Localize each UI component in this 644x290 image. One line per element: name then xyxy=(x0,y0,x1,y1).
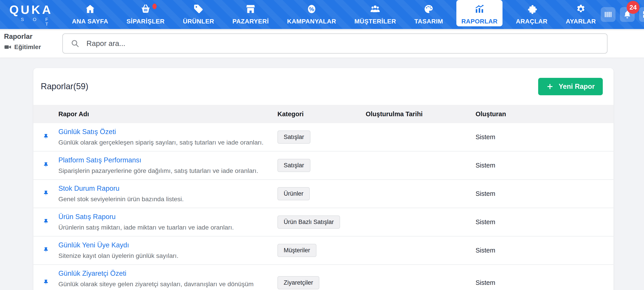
nav-item-tasarim[interactable]: TASARIM xyxy=(409,0,448,26)
search-input[interactable] xyxy=(62,34,608,54)
search-icon xyxy=(70,39,80,48)
category-badge: Ziyaretçiler xyxy=(278,276,319,289)
category-badge: Müşteriler xyxy=(278,244,316,257)
trainings-link[interactable]: Eğitimler xyxy=(4,43,41,51)
reports-card: Raporlar(59) Yeni Rapor Rapor Adı Katego… xyxy=(34,68,614,290)
col-header-created: Oluşturulma Tarihi xyxy=(366,110,476,118)
pin-icon[interactable] xyxy=(42,217,50,227)
barcode-icon xyxy=(604,10,612,19)
nav-item-kampanyalar[interactable]: %KAMPANYALAR xyxy=(282,0,341,26)
nav-item-label: ARAÇLAR xyxy=(516,18,548,25)
notification-count-badge: 24 xyxy=(626,1,640,14)
plus-icon xyxy=(546,83,554,90)
pin-icon[interactable] xyxy=(42,189,50,199)
report-title-link[interactable]: Günlük Yeni Üye Kaydı xyxy=(58,241,268,250)
nav-item-ayarlar[interactable]: AYARLAR xyxy=(561,0,601,26)
report-title-link[interactable]: Günlük Satış Özeti xyxy=(58,128,268,136)
logo[interactable]: QUKA S O F T xyxy=(9,4,53,26)
report-description: Siparişlerin pazaryerlerine göre dağılım… xyxy=(58,167,268,175)
nav-item-label: PAZARYERİ xyxy=(232,18,269,25)
gear-icon xyxy=(576,3,586,15)
grid-icon xyxy=(642,10,644,19)
report-title-link[interactable]: Platform Satış Performansı xyxy=(58,156,268,165)
puzzle-icon xyxy=(526,3,537,15)
nav-item-label: ANA SAYFA xyxy=(72,18,108,25)
creator-cell: Sistem xyxy=(476,218,614,226)
search-bar xyxy=(62,34,608,54)
page-title: Raporlar xyxy=(4,33,41,41)
category-badge: Satışlar xyxy=(278,159,310,172)
category-cell: Ürünler xyxy=(278,187,366,200)
nav-item-label: SİPARİŞLER xyxy=(126,18,165,25)
creator-cell: Sistem xyxy=(476,190,614,197)
table-row: Günlük Yeni Üye KaydıSitenize kayıt olan… xyxy=(34,236,614,265)
category-badge: Satışlar xyxy=(278,131,310,144)
report-name-cell: Günlük Ziyaretçi ÖzetiGünlük olarak site… xyxy=(58,265,278,290)
home-icon xyxy=(85,3,95,15)
category-badge: Ürünler xyxy=(278,187,310,200)
table-row: Platform Satış PerformansıSiparişlerin p… xyxy=(34,151,614,180)
category-badge: Ürün Bazlı Satışlar xyxy=(278,215,340,229)
nav-item-raporlar[interactable]: RAPORLAR xyxy=(456,0,502,26)
nav-item-müşteri̇ler[interactable]: MÜŞTERİLER xyxy=(350,0,401,26)
creator-cell: Sistem xyxy=(476,247,614,254)
new-report-label: Yeni Rapor xyxy=(559,83,595,91)
creator-cell: Sistem xyxy=(476,279,614,286)
reports-card-header: Raporlar(59) Yeni Rapor xyxy=(34,68,614,105)
category-cell: Ziyaretçiler xyxy=(278,276,366,289)
table-row: Ürün Satış RaporuÜrünlerin satış miktarı… xyxy=(34,208,614,236)
nav-item-si̇pari̇şler[interactable]: SİPARİŞLER xyxy=(122,0,170,26)
table-row: Günlük Ziyaretçi ÖzetiGünlük olarak site… xyxy=(34,265,614,290)
svg-text:%: % xyxy=(309,6,314,12)
logo-subtitle: S O F T xyxy=(9,17,53,26)
report-name-cell: Platform Satış PerformansıSiparişlerin p… xyxy=(58,151,278,179)
pin-icon[interactable] xyxy=(42,278,50,288)
nav-item-label: MÜŞTERİLER xyxy=(354,18,396,25)
table-header-row: Rapor Adı Kategori Oluşturulma Tarihi Ol… xyxy=(34,105,614,123)
barcode-button[interactable] xyxy=(601,7,616,22)
category-cell: Müşteriler xyxy=(278,244,366,257)
nav-item-label: AYARLAR xyxy=(566,18,596,25)
pin-icon[interactable] xyxy=(42,246,50,255)
nav-item-ana-sayfa[interactable]: ANA SAYFA xyxy=(67,0,113,26)
pin-icon[interactable] xyxy=(42,161,50,170)
navbar-actions: 24 xyxy=(601,7,644,22)
main-menu: ANA SAYFASİPARİŞLERÜRÜNLERPAZARYERİ%KAMP… xyxy=(67,0,601,26)
logo-title: QUKA xyxy=(9,4,53,16)
col-header-category: Kategori xyxy=(278,110,366,118)
col-header-report-name: Rapor Adı xyxy=(58,110,278,118)
table-row: Günlük Satış ÖzetiGünlük olarak gerçekle… xyxy=(34,123,614,151)
apps-button[interactable] xyxy=(639,7,644,22)
creator-cell: Sistem xyxy=(476,162,614,169)
nav-item-label: TASARIM xyxy=(414,18,443,25)
video-camera-icon xyxy=(4,43,12,51)
palette-icon xyxy=(424,3,434,15)
customers-icon xyxy=(370,3,380,15)
report-description: Genel stok seviyelerinin ürün bazında li… xyxy=(58,195,268,203)
reports-count-title: Raporlar(59) xyxy=(41,82,88,91)
category-cell: Satışlar xyxy=(278,131,366,144)
nav-item-ürünler[interactable]: ÜRÜNLER xyxy=(178,0,219,26)
table-row: Stok Durum RaporuGenel stok seviyelerini… xyxy=(34,180,614,208)
col-header-creator: Oluşturan xyxy=(476,110,614,118)
basket-icon xyxy=(140,3,151,15)
report-name-cell: Günlük Yeni Üye KaydıSitenize kayıt olan… xyxy=(58,236,278,264)
report-title-link[interactable]: Ürün Satış Raporu xyxy=(58,213,268,221)
storefront-icon xyxy=(245,3,256,15)
nav-item-araçlar[interactable]: ARAÇLAR xyxy=(511,0,552,26)
nav-item-label: KAMPANYALAR xyxy=(287,18,336,25)
report-title-link[interactable]: Stok Durum Raporu xyxy=(58,184,268,193)
creator-cell: Sistem xyxy=(476,133,614,141)
report-title-link[interactable]: Günlük Ziyaretçi Özeti xyxy=(58,269,268,278)
subheader: Raporlar Eğitimler xyxy=(0,29,644,58)
table-body: Günlük Satış ÖzetiGünlük olarak gerçekle… xyxy=(34,123,614,290)
report-name-cell: Ürün Satış RaporuÜrünlerin satış miktarı… xyxy=(58,208,278,236)
pin-icon[interactable] xyxy=(42,132,50,142)
nav-item-pazaryeri̇[interactable]: PAZARYERİ xyxy=(228,0,274,26)
new-report-button[interactable]: Yeni Rapor xyxy=(538,78,603,95)
tag-icon xyxy=(193,3,204,15)
breadcrumb: Raporlar Eğitimler xyxy=(4,33,41,51)
nav-item-label: ÜRÜNLER xyxy=(183,18,214,25)
report-description: Günlük olarak siteye gelen ziyaretçi say… xyxy=(58,280,268,290)
notifications-button[interactable]: 24 xyxy=(620,7,635,22)
